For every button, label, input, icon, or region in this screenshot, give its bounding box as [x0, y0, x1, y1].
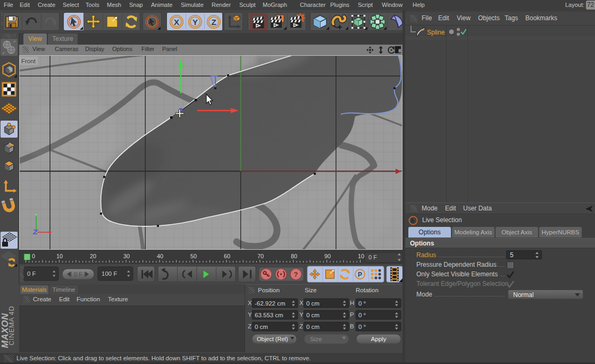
svg-text:Z: Z [248, 323, 252, 329]
svg-text:X: X [173, 17, 179, 26]
svg-text:0 F: 0 F [368, 254, 377, 260]
svg-text:Z: Z [299, 323, 303, 329]
svg-text:10: 10 [56, 253, 63, 259]
svg-text:0 F: 0 F [27, 270, 36, 277]
svg-text:0 cm: 0 cm [306, 324, 320, 330]
svg-text:63.553 cm: 63.553 cm [255, 312, 283, 318]
svg-text:Size: Size [310, 336, 322, 342]
svg-text:?: ? [294, 270, 298, 278]
svg-text:Object (Rel): Object (Rel) [257, 336, 288, 342]
svg-text:50: 50 [190, 253, 197, 259]
svg-text:0 °: 0 ° [358, 324, 366, 330]
svg-text:Front: Front [21, 58, 36, 64]
svg-text:H: H [350, 300, 354, 306]
svg-text:Size: Size [305, 287, 316, 293]
svg-text:B: B [350, 323, 354, 329]
svg-text:Y: Y [192, 17, 197, 26]
svg-text:Spline: Spline [427, 29, 445, 36]
svg-text:Y: Y [248, 311, 252, 318]
svg-text:80: 80 [291, 253, 297, 259]
svg-text:P: P [350, 311, 354, 318]
svg-text:0 cm: 0 cm [255, 324, 268, 330]
svg-text:0 cm: 0 cm [306, 312, 320, 318]
svg-text:0 °: 0 ° [358, 312, 366, 318]
svg-text:Z: Z [211, 17, 216, 26]
svg-text:-62.922 cm: -62.922 cm [255, 300, 286, 307]
svg-text:0: 0 [32, 253, 35, 259]
svg-text:0 F: 0 F [74, 271, 82, 277]
svg-text:X: X [299, 300, 304, 306]
svg-text:Y: Y [299, 311, 304, 318]
svg-text:P: P [358, 271, 362, 278]
svg-text:30: 30 [123, 253, 130, 259]
svg-text:X: X [248, 300, 252, 306]
svg-text:60: 60 [224, 253, 230, 259]
svg-text:Apply: Apply [371, 336, 387, 342]
svg-text:40: 40 [157, 253, 163, 259]
svg-text:Rotation: Rotation [356, 287, 379, 293]
svg-text:Position: Position [258, 287, 280, 293]
svg-text:0 °: 0 ° [358, 300, 366, 307]
svg-text:70: 70 [257, 253, 264, 259]
svg-text:0 cm: 0 cm [306, 300, 320, 307]
svg-text:100 F: 100 F [102, 270, 117, 277]
svg-text:90: 90 [324, 253, 331, 259]
svg-text:20: 20 [90, 253, 96, 259]
